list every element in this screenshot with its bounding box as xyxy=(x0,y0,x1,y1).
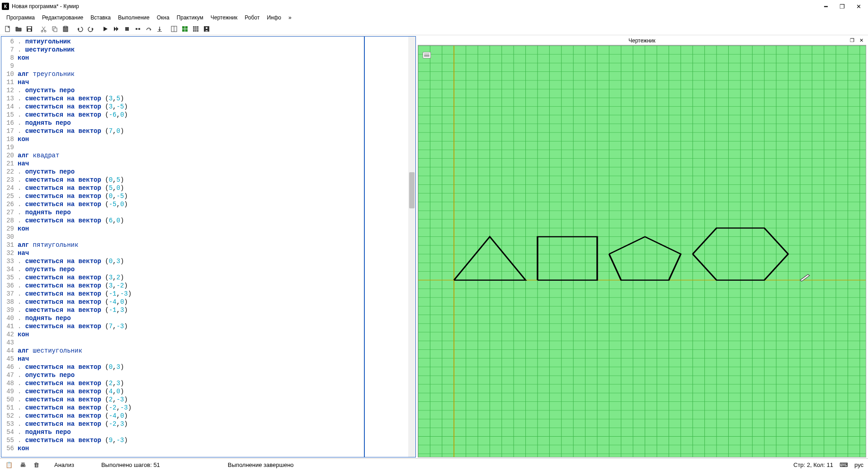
drawer-header: Чертежник ❐ ✕ xyxy=(418,36,866,45)
drawer-close-button[interactable]: ✕ xyxy=(858,38,864,44)
layout-1-button[interactable] xyxy=(169,24,179,34)
status-steps: Выполнено шагов: 51 xyxy=(101,462,160,468)
status-icon-2[interactable]: 🖶 xyxy=(18,461,27,470)
close-button[interactable]: ✕ xyxy=(854,2,863,10)
menu-item-8[interactable]: Инфо xyxy=(263,14,285,22)
code-editor[interactable]: . пятиугольник. шестиугольникконалг треу… xyxy=(18,37,364,457)
menu-item-3[interactable]: Выполнение xyxy=(114,14,153,22)
menu-item-2[interactable]: Вставка xyxy=(87,14,114,22)
status-icon-3[interactable]: 🗑 xyxy=(32,461,41,470)
menu-item-9[interactable]: » xyxy=(285,14,295,22)
maximize-button[interactable]: ❐ xyxy=(838,2,846,10)
svg-rect-2 xyxy=(28,27,31,28)
title-bar: К Новая программа* - Кумир ━ ❐ ✕ xyxy=(0,0,868,13)
drawer-title: Чертежник xyxy=(628,38,656,44)
status-icon-1[interactable]: 📋 xyxy=(5,461,14,470)
step-into-button[interactable] xyxy=(133,24,143,34)
status-kbd-icon[interactable]: ⌨ xyxy=(840,462,848,468)
cut-button[interactable] xyxy=(39,24,49,34)
copy-button[interactable] xyxy=(50,24,60,34)
svg-rect-9 xyxy=(64,26,67,28)
stop-button[interactable] xyxy=(122,24,132,34)
paste-button[interactable] xyxy=(61,24,71,34)
run-step-button[interactable] xyxy=(111,24,121,34)
menu-item-1[interactable]: Редактирование xyxy=(38,14,87,22)
canvas-menu-button[interactable] xyxy=(423,52,431,58)
open-file-button[interactable] xyxy=(14,24,24,34)
layout-3-button[interactable] xyxy=(191,24,201,34)
svg-marker-13 xyxy=(114,27,116,31)
menu-item-7[interactable]: Робот xyxy=(241,14,263,22)
status-analysis: Анализ xyxy=(54,462,74,468)
svg-rect-3 xyxy=(28,29,31,31)
svg-rect-16 xyxy=(136,28,137,30)
menu-bar: ПрограммаРедактированиеВставкаВыполнение… xyxy=(0,13,868,23)
svg-rect-7 xyxy=(54,28,57,32)
drawer-panel: Чертежник ❐ ✕ xyxy=(418,36,866,457)
svg-marker-12 xyxy=(104,27,108,31)
drawer-canvas[interactable] xyxy=(418,45,866,457)
svg-rect-20 xyxy=(157,31,162,32)
run-button[interactable] xyxy=(100,24,110,34)
status-bar: 📋 🖶 🗑 Анализ Выполнено шагов: 51 Выполне… xyxy=(0,458,868,471)
redo-button[interactable] xyxy=(86,24,96,34)
svg-rect-17 xyxy=(138,28,140,30)
svg-point-32 xyxy=(206,27,208,29)
svg-marker-14 xyxy=(116,27,118,31)
status-lang[interactable]: рус xyxy=(854,462,863,468)
step-over-button[interactable] xyxy=(144,24,154,34)
svg-marker-19 xyxy=(158,29,161,31)
toolbar xyxy=(0,23,868,35)
menu-item-0[interactable]: Программа xyxy=(3,14,38,22)
window-title: Новая программа* - Кумир xyxy=(12,3,822,9)
editor-panel: 6789101112131415161718192021222324252627… xyxy=(1,36,416,457)
new-file-button[interactable] xyxy=(3,24,13,34)
svg-rect-26 xyxy=(193,26,198,32)
save-file-button[interactable] xyxy=(24,24,34,34)
status-done: Выполнение завершено xyxy=(228,462,294,468)
drawer-popout-button[interactable]: ❐ xyxy=(849,38,855,44)
undo-button[interactable] xyxy=(75,24,85,34)
menu-item-5[interactable]: Практикум xyxy=(173,14,207,22)
step-out-button[interactable] xyxy=(155,24,165,34)
svg-rect-15 xyxy=(125,27,129,31)
menu-item-6[interactable]: Чертежник xyxy=(207,14,241,22)
status-cursor: Стр: 2, Кол: 11 xyxy=(793,462,833,468)
layout-2-button[interactable] xyxy=(180,24,190,34)
editor-side-pane xyxy=(364,37,415,457)
menu-item-4[interactable]: Окна xyxy=(153,14,173,22)
app-icon: К xyxy=(2,3,9,10)
line-gutter: 6789101112131415161718192021222324252627… xyxy=(1,37,18,457)
minimize-button[interactable]: ━ xyxy=(822,2,830,10)
editor-scrollbar[interactable] xyxy=(408,37,415,457)
actor-button[interactable] xyxy=(202,24,212,34)
